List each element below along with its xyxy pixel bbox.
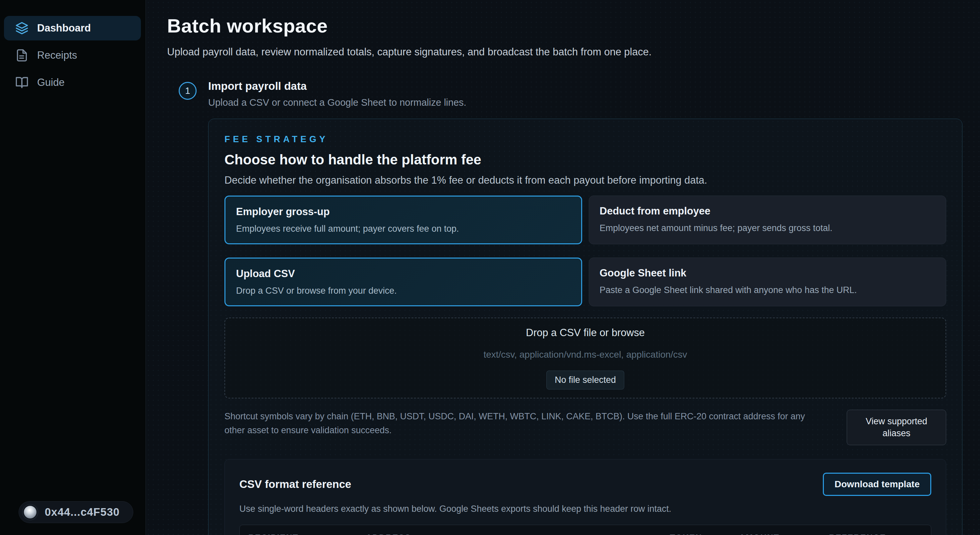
fee-strategy-description: Decide whether the organisation absorbs … [224, 175, 946, 186]
option-title: Deduct from employee [600, 205, 935, 217]
option-title: Employer gross-up [236, 206, 571, 218]
book-open-icon [15, 76, 29, 89]
view-aliases-button[interactable]: View supported aliases [847, 410, 946, 445]
sidebar-item-receipts[interactable]: Receipts [4, 43, 141, 68]
sidebar-item-label: Guide [37, 76, 65, 89]
sidebar-item-label: Dashboard [37, 22, 91, 34]
option-description: Employees net amount minus fee; payer se… [600, 223, 935, 233]
step-number: 1 [179, 82, 197, 100]
csv-reference-table: RECIPIENT ADDRESS TOKEN AMOUNT REFERENCE… [239, 525, 931, 535]
table-header-row: RECIPIENT ADDRESS TOKEN AMOUNT REFERENCE [240, 525, 931, 535]
column-header-address: ADDRESS [357, 525, 661, 535]
wallet-pill[interactable]: 0x44...c4F530 [19, 501, 133, 523]
option-description: Employees receive full amount; payer cov… [236, 224, 571, 234]
option-card-google-sheet[interactable]: Google Sheet link Paste a Google Sheet l… [589, 257, 947, 306]
step-title: Import payroll data [208, 80, 963, 92]
column-header-reference: REFERENCE [820, 525, 931, 535]
step-subtitle: Upload a CSV or connect a Google Sheet t… [208, 97, 963, 108]
dropzone-accepted-types: text/csv, application/vnd.ms-excel, appl… [484, 349, 687, 360]
workflow-steps: 1 Import payroll data Upload a CSV or co… [167, 80, 963, 535]
app-window: Dashboard Receipts Guide [0, 0, 980, 535]
option-description: Paste a Google Sheet link shared with an… [600, 285, 935, 295]
csv-reference-header: CSV format reference Download template [239, 473, 931, 496]
option-card-upload-csv[interactable]: Upload CSV Drop a CSV or browse from you… [224, 257, 582, 306]
column-header-recipient: RECIPIENT [240, 525, 357, 535]
dropzone-title: Drop a CSV file or browse [526, 327, 644, 339]
aliases-note: Shortcut symbols vary by chain (ETH, BNB… [224, 410, 827, 438]
column-header-token: TOKEN [662, 525, 731, 535]
csv-reference-subtitle: Use single-word headers exactly as shown… [239, 504, 931, 514]
sidebar: Dashboard Receipts Guide [0, 0, 146, 535]
option-title: Google Sheet link [600, 267, 935, 279]
step-indicator: 1 [167, 80, 208, 108]
page-subtitle: Upload payroll data, review normalized t… [167, 46, 963, 58]
main-content: Batch workspace Upload payroll data, rev… [146, 0, 980, 535]
option-description: Drop a CSV or browse from your device. [236, 286, 571, 296]
wallet-address: 0x44...c4F530 [45, 506, 120, 518]
option-card-deduct-employee[interactable]: Deduct from employee Employees net amoun… [589, 195, 947, 244]
column-header-amount: AMOUNT [730, 525, 820, 535]
sidebar-item-guide[interactable]: Guide [4, 70, 141, 95]
fee-strategy-panel: FEE STRATEGY Choose how to handle the pl… [208, 119, 963, 535]
step-header: Import payroll data Upload a CSV or conn… [208, 80, 963, 108]
wallet-avatar [23, 505, 37, 519]
option-title: Upload CSV [236, 268, 571, 280]
csv-reference-title: CSV format reference [239, 478, 351, 491]
aliases-note-row: Shortcut symbols vary by chain (ETH, BNB… [224, 410, 946, 445]
page-title: Batch workspace [167, 14, 963, 37]
fee-and-source-options: Employer gross-up Employees receive full… [224, 195, 946, 306]
download-template-button[interactable]: Download template [823, 473, 931, 496]
fee-strategy-title: Choose how to handle the platform fee [224, 152, 946, 168]
csv-dropzone[interactable]: Drop a CSV file or browse text/csv, appl… [224, 318, 946, 398]
option-card-employer-grossup[interactable]: Employer gross-up Employees receive full… [224, 195, 582, 244]
file-text-icon [15, 49, 29, 62]
sidebar-item-label: Receipts [37, 49, 77, 61]
layers-icon [15, 22, 29, 35]
sidebar-item-dashboard[interactable]: Dashboard [4, 16, 141, 40]
fee-strategy-eyebrow: FEE STRATEGY [224, 134, 946, 144]
csv-reference-section: CSV format reference Download template U… [224, 459, 946, 535]
file-status-badge: No file selected [546, 371, 624, 389]
